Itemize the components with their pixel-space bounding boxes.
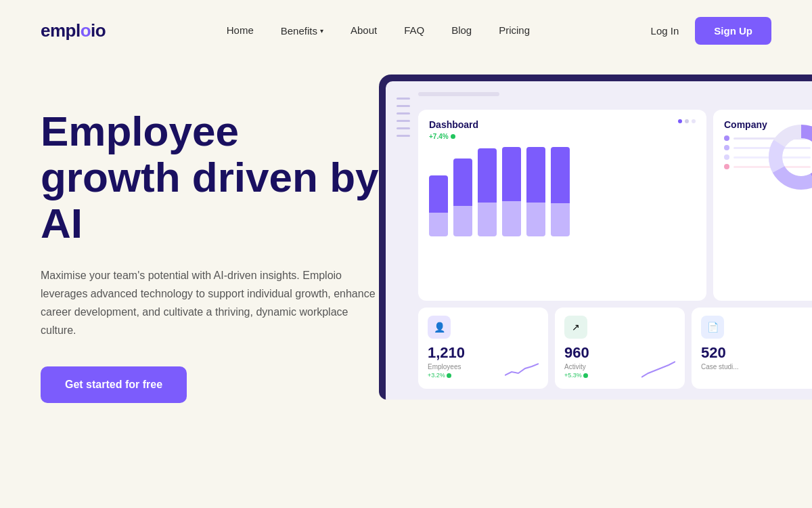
legend-dot-1 [724,135,729,141]
chart-growth: +7.4% [429,133,478,140]
bar-3 [478,147,497,236]
stat-card-case-studies: 📄 520 Case studi... [692,308,812,389]
bar-2 [453,147,472,236]
bar-4 [502,147,521,236]
nav-item-pricing[interactable]: Pricing [499,24,530,36]
bar-segment-top [551,147,570,203]
company-card: Company [713,110,812,301]
bar-segment-bottom [478,203,497,236]
nav-item-home[interactable]: Home [227,24,254,36]
person-icon: 👤 [434,322,445,333]
bar-6 [551,147,570,236]
hero-section: Employee growth driven by AI Maximise yo… [0,61,812,508]
bar-segment-top [526,147,545,203]
navbar: emploio Home Benefits ▾ About FAQ Blog P… [0,0,812,61]
employees-label: Employees [428,363,465,371]
bar-segment-top [478,148,497,203]
activity-value: 960 [564,344,589,362]
nav-item-blog[interactable]: Blog [451,24,472,36]
bar-segment-bottom [429,213,448,236]
stat-bottom-casestudies: 520 Case studi... [701,344,812,371]
dash-sidebar [397,92,410,389]
activity-info: 960 Activity +5.3% [564,344,589,379]
employees-mini-chart [505,358,539,379]
green-dot-employees [447,373,451,378]
employees-info: 1,210 Employees +3.2% [428,344,465,379]
chart-header-dots [678,119,696,123]
casestudies-icon-wrap: 📄 [701,316,724,339]
casestudies-info: 520 Case studi... [701,344,739,371]
nav-right: Log In Sign Up [651,17,771,45]
nav-item-benefits[interactable]: Benefits ▾ [281,25,323,37]
nav-item-faq[interactable]: FAQ [404,24,424,36]
bar-segment-bottom [502,201,521,236]
casestudies-value: 520 [701,344,739,362]
nav-links: Home Benefits ▾ About FAQ Blog Pricing [227,24,530,37]
bar-segment-top [453,158,472,206]
chart-card: Dashboard +7.4% [418,110,706,301]
green-dot-activity [583,373,588,378]
bar-segment-bottom [526,203,545,236]
donut-chart [767,123,812,191]
activity-change: +5.3% [564,372,589,379]
bar-segment-bottom [453,206,472,236]
bar-segment-bottom [551,203,570,237]
employees-value: 1,210 [428,344,465,362]
casestudies-label: Case studi... [701,363,739,371]
bar-5 [526,147,545,236]
bar-1 [429,147,448,236]
green-dot-icon [451,134,455,139]
dash-top-row: Dashboard +7.4% [418,110,812,301]
chart-title: Dashboard [429,119,478,130]
dash-top-bar [418,92,499,96]
legend-dot-2 [724,145,729,150]
dash-bottom-row: 👤 1,210 Employees +3.2% [418,308,812,389]
cursor-icon: ↗ [572,322,580,333]
dashboard-mockup: Dashboard +7.4% [379,75,812,400]
activity-label: Activity [564,363,589,371]
bar-segment-top [429,175,448,213]
legend-dot-4 [724,164,729,169]
hero-description: Maximise your team's potential with AI-d… [41,266,379,340]
chevron-down-icon: ▾ [320,27,323,35]
stat-card-activity: ↗ 960 Activity +5.3% [555,308,685,389]
logo[interactable]: emploio [41,20,106,41]
login-button[interactable]: Log In [651,25,679,37]
activity-icon-wrap: ↗ [564,316,587,339]
signup-button[interactable]: Sign Up [695,17,771,45]
employees-change: +3.2% [428,372,465,379]
employees-icon-wrap: 👤 [428,316,451,339]
stat-bottom-employees: 1,210 Employees +3.2% [428,344,539,379]
document-icon: 📄 [707,322,719,333]
bar-chart [429,147,696,242]
device-frame: Dashboard +7.4% [379,75,812,400]
hero-title: Employee growth driven by AI [41,108,420,247]
device-inner: Dashboard +7.4% [386,81,812,400]
bar-segment-top [502,147,521,201]
hero-text: Employee growth driven by AI Maximise yo… [41,88,420,403]
dash-main: Dashboard +7.4% [418,92,812,389]
nav-item-about[interactable]: About [351,24,377,36]
cta-button[interactable]: Get started for free [41,366,187,403]
legend-dot-3 [724,154,729,160]
activity-mini-chart [641,358,675,379]
stat-bottom-activity: 960 Activity +5.3% [564,344,675,379]
stat-card-employees: 👤 1,210 Employees +3.2% [418,308,548,389]
